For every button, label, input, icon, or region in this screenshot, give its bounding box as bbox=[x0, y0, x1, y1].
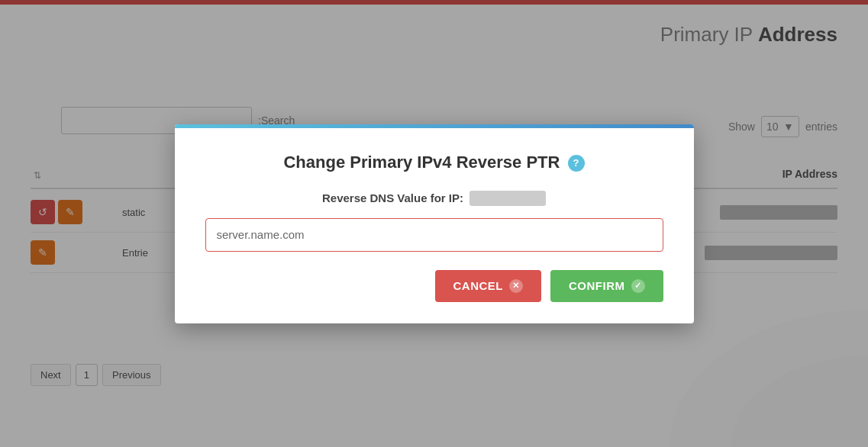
dns-value-input[interactable] bbox=[205, 218, 663, 252]
help-icon[interactable]: ? bbox=[568, 155, 585, 172]
cancel-icon: ✕ bbox=[509, 279, 523, 293]
confirm-icon: ✓ bbox=[631, 279, 645, 293]
modal-title: Change Primary IPv4 Reverse PTR ? bbox=[205, 153, 663, 172]
dns-label: Reverse DNS Value for IP: bbox=[322, 191, 463, 204]
confirm-button[interactable]: CONFIRM ✓ bbox=[550, 270, 663, 302]
modal-title-text: Change Primary IPv4 Reverse PTR bbox=[283, 153, 560, 172]
cancel-button[interactable]: CANCEL ✕ bbox=[435, 270, 542, 302]
modal-body: Change Primary IPv4 Reverse PTR ? Revers… bbox=[175, 128, 694, 323]
modal-overlay: Change Primary IPv4 Reverse PTR ? Revers… bbox=[0, 0, 868, 447]
confirm-label: CONFIRM bbox=[569, 279, 625, 292]
modal-dialog: Change Primary IPv4 Reverse PTR ? Revers… bbox=[175, 124, 694, 323]
modal-footer: CANCEL ✕ CONFIRM ✓ bbox=[205, 270, 663, 302]
dns-label-row: Reverse DNS Value for IP: bbox=[205, 191, 663, 206]
ip-address-blurred bbox=[469, 191, 546, 206]
cancel-label: CANCEL bbox=[453, 279, 504, 292]
